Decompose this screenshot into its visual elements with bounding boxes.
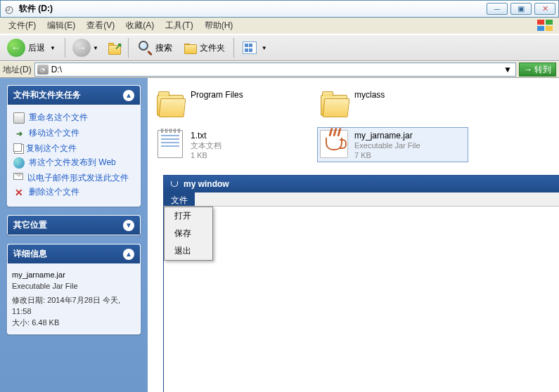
places-panel: 其它位置 ▼ [7, 215, 141, 235]
java-menu-save[interactable]: 保存 [165, 225, 212, 242]
tasks-panel-title: 文件和文件夹任务 [13, 89, 81, 101]
menu-help[interactable]: 帮助(H) [199, 18, 239, 34]
delete-icon: ✕ [13, 187, 25, 198]
task-move[interactable]: ➜移动这个文件 [12, 126, 136, 141]
back-dropdown-icon[interactable]: ▼ [48, 45, 58, 51]
jar-file-icon [319, 129, 349, 159]
java-menu-exit[interactable]: 退出 [165, 242, 212, 260]
tasks-panel-header[interactable]: 文件和文件夹任务 ▲ [8, 86, 140, 105]
back-label: 后退 [28, 42, 45, 54]
folder-icon [155, 89, 185, 118]
close-button[interactable]: ✕ [534, 3, 555, 15]
address-label: 地址(D) [3, 64, 32, 76]
details-modified: 修改日期: 2014年7月28日 今天, 11:58 [12, 294, 136, 317]
minimize-button[interactable]: ─ [487, 3, 508, 15]
details-panel-header[interactable]: 详细信息 ▲ [8, 244, 140, 263]
file-type: Executable Jar File [354, 141, 420, 150]
menu-edit[interactable]: 编辑(E) [41, 18, 81, 34]
addressbar: 地址(D) ◔ ▼ → 转到 [0, 61, 559, 78]
java-icon [169, 179, 179, 189]
go-arrow-icon: → [524, 65, 532, 74]
details-panel-title: 详细信息 [13, 248, 47, 260]
java-menubar: 文件 [164, 192, 559, 207]
task-publish-web[interactable]: 将这个文件发布到 Web [12, 155, 136, 171]
places-panel-header[interactable]: 其它位置 ▼ [8, 216, 140, 235]
search-label: 搜索 [155, 42, 172, 54]
collapse-icon: ▲ [123, 249, 134, 260]
details-size: 大小: 6.48 KB [12, 317, 136, 328]
file-txt[interactable]: 1.txt 文本文档 1 KB [153, 127, 304, 162]
views-dropdown-icon: ▼ [259, 45, 269, 51]
folders-label: 文件夹 [200, 42, 225, 54]
globe-icon [13, 157, 25, 169]
details-panel-body: my_jarname.jar Executable Jar File 修改日期:… [8, 263, 140, 334]
text-file-icon [155, 129, 185, 159]
back-arrow-icon: ← [7, 39, 25, 57]
svg-rect-0 [537, 20, 544, 25]
toolbar: ← 后退 ▼ → ▼ ↗ 搜索 文件夹 ▼ [0, 34, 559, 61]
go-label: 转到 [534, 64, 551, 76]
drive-small-icon: ◔ [37, 65, 49, 74]
forward-button[interactable]: → ▼ [70, 37, 103, 58]
task-copy[interactable]: 复制这个文件 [12, 141, 136, 155]
menu-favorites[interactable]: 收藏(A) [120, 18, 160, 34]
address-input-wrap[interactable]: ◔ ▼ [34, 63, 516, 77]
java-window-body [164, 207, 559, 392]
forward-arrow-icon: → [72, 39, 91, 57]
tasks-panel: 文件和文件夹任务 ▲ 重命名这个文件 ➜移动这个文件 复制这个文件 将这个文件发… [7, 85, 141, 207]
go-button[interactable]: → 转到 [519, 63, 556, 77]
back-button[interactable]: ← 后退 ▼ [4, 37, 60, 58]
file-size: 1 KB [191, 150, 221, 160]
sidebar: 文件和文件夹任务 ▲ 重命名这个文件 ➜移动这个文件 复制这个文件 将这个文件发… [0, 78, 148, 392]
move-icon: ➜ [13, 128, 25, 139]
svg-rect-1 [546, 20, 553, 25]
java-menu-file[interactable]: 文件 [164, 192, 195, 206]
window-titlebar: ◴ 软件 (D:) ─ ▣ ✕ [0, 0, 559, 18]
expand-icon: ▼ [123, 220, 134, 231]
search-button[interactable]: 搜索 [133, 38, 176, 58]
menu-tools[interactable]: 工具(T) [160, 18, 198, 34]
menu-file[interactable]: 文件(F) [3, 18, 41, 34]
details-filename: my_jarname.jar [12, 269, 136, 280]
task-email[interactable]: 以电子邮件形式发送此文件 [12, 171, 136, 185]
folders-button[interactable]: 文件夹 [179, 39, 229, 56]
window-controls: ─ ▣ ✕ [487, 3, 555, 15]
collapse-icon: ▲ [123, 90, 134, 101]
maximize-button[interactable]: ▣ [510, 3, 532, 15]
file-grid: Program Files myclass 1.txt 文本文档 1 KB [153, 86, 553, 162]
folder-myclass[interactable]: myclass [317, 86, 468, 120]
views-icon [243, 41, 257, 54]
toolbar-separator [233, 38, 234, 58]
file-name: 1.txt [191, 131, 221, 141]
address-input[interactable] [51, 65, 502, 74]
forward-dropdown-icon[interactable]: ▼ [91, 45, 101, 51]
svg-rect-3 [546, 26, 553, 31]
task-rename[interactable]: 重命名这个文件 [12, 110, 136, 126]
copy-icon [13, 143, 22, 152]
folder-icon [319, 89, 349, 118]
up-button[interactable]: ↗ [105, 39, 124, 56]
java-window[interactable]: my window 文件 打开 保存 退出 [163, 175, 559, 392]
windows-flag-icon [535, 19, 556, 33]
folder-icon [183, 41, 197, 54]
content-pane[interactable]: Program Files myclass 1.txt 文本文档 1 KB [148, 78, 559, 392]
search-icon [137, 40, 153, 55]
views-button[interactable]: ▼ [238, 39, 274, 56]
file-name: my_jarname.jar [354, 131, 420, 141]
menu-view[interactable]: 查看(V) [81, 18, 120, 34]
details-panel: 详细信息 ▲ my_jarname.jar Executable Jar Fil… [7, 244, 141, 334]
toolbar-separator [65, 38, 65, 58]
file-name: myclass [354, 90, 385, 100]
main-area: 文件和文件夹任务 ▲ 重命名这个文件 ➜移动这个文件 复制这个文件 将这个文件发… [0, 78, 559, 392]
folder-program-files[interactable]: Program Files [153, 86, 304, 120]
mail-icon [13, 173, 23, 180]
file-name: Program Files [191, 90, 243, 100]
java-menu-popup: 打开 保存 退出 [164, 207, 213, 261]
task-delete[interactable]: ✕删除这个文件 [12, 185, 136, 200]
java-menu-open[interactable]: 打开 [165, 207, 212, 225]
window-title: 软件 (D:) [19, 3, 487, 15]
java-window-titlebar[interactable]: my window [164, 176, 559, 192]
file-jar[interactable]: my_jarname.jar Executable Jar File 7 KB [317, 127, 468, 162]
address-dropdown-icon[interactable]: ▼ [502, 65, 513, 74]
file-size: 7 KB [354, 150, 420, 160]
